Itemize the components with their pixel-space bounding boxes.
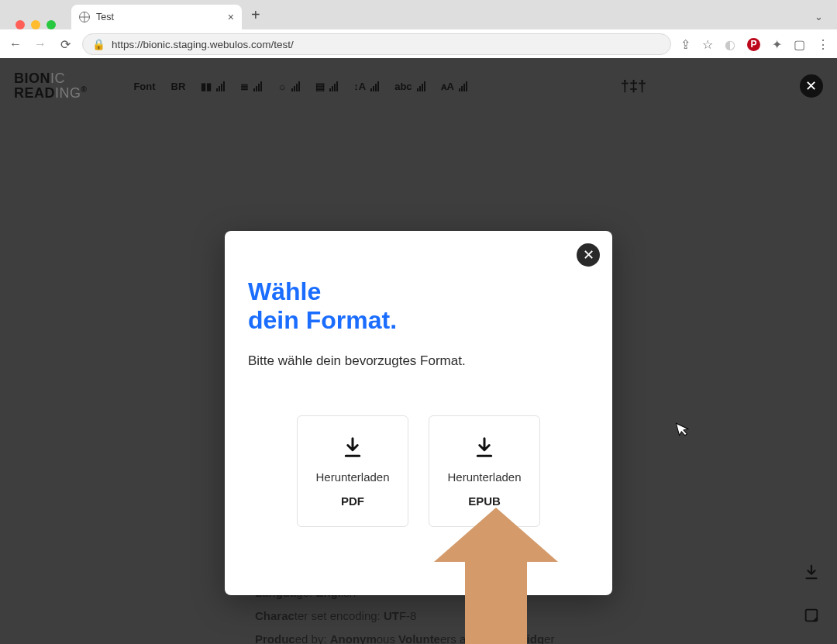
maximize-window-icon[interactable] (46, 20, 56, 29)
tabs-overflow-icon[interactable]: ⌄ (815, 11, 823, 22)
page-viewport: [Most recently updated: August 23, Langu… (0, 58, 837, 644)
download-label: Herunterladen (447, 470, 521, 484)
download-epub-button[interactable]: Herunterladen EPUB (429, 415, 540, 527)
extension-icon[interactable]: ◐ (725, 37, 735, 52)
settings-sliders-icon[interactable]: †‡† (621, 77, 646, 95)
font-size-slider[interactable]: ᴀA (441, 81, 467, 92)
modal-subtitle: Bitte wähle dein bevorzugtes Format. (248, 353, 589, 369)
modal-close-button[interactable]: ✕ (577, 243, 600, 267)
url-input[interactable]: 🔒 https://bionic.staging.webulos.com/tes… (82, 33, 671, 55)
column-slider[interactable]: ▤ (315, 81, 338, 92)
tab-strip: Test × + ⌄ (0, 0, 837, 29)
menu-icon[interactable]: ⋮ (817, 37, 829, 52)
download-pdf-button[interactable]: Herunterladen PDF (297, 415, 408, 527)
format-label-epub: EPUB (468, 494, 501, 508)
modal-title: Wähle dein Format. (248, 277, 589, 335)
notes-floating-icon[interactable] (803, 607, 820, 629)
browser-tab[interactable]: Test × (71, 5, 242, 29)
tab-title: Test (96, 12, 114, 22)
minimize-window-icon[interactable] (31, 20, 40, 29)
close-window-icon[interactable] (16, 20, 25, 29)
app-toolbar: BIONIC READING® Font BR ▮▮ ≣ ☼ ▤ ↕A abc … (0, 58, 837, 114)
forward-button: → (33, 37, 48, 51)
browser-toolbar-icons: ⇪ ☆ ◐ P ✦ ▢ ⋮ (680, 37, 829, 52)
globe-icon (79, 12, 90, 22)
browser-chrome: Test × + ⌄ ← → ⟳ 🔒 https://bionic.stagin… (0, 0, 837, 58)
reload-button[interactable]: ⟳ (57, 37, 73, 52)
address-bar-row: ← → ⟳ 🔒 https://bionic.staging.webulos.c… (0, 29, 837, 58)
fixation-slider[interactable]: ▮▮ (201, 81, 225, 92)
line-height-slider[interactable]: ↕A (353, 81, 379, 92)
download-floating-icon[interactable] (803, 563, 820, 585)
url-text: https://bionic.staging.webulos.com/test/ (112, 39, 294, 50)
bookmark-icon[interactable]: ☆ (702, 37, 713, 52)
app-close-button[interactable]: ✕ (800, 74, 823, 98)
format-modal: ✕ Wähle dein Format. Bitte wähle dein be… (225, 231, 612, 595)
saccade-slider[interactable]: ≣ (240, 81, 262, 92)
app-logo: BIONIC READING® (14, 72, 87, 99)
panel-icon[interactable]: ▢ (794, 37, 805, 52)
format-options: Herunterladen PDF Herunterladen EPUB (248, 415, 589, 527)
new-tab-button[interactable]: + (242, 6, 270, 24)
letter-spacing-slider[interactable]: abc (394, 81, 425, 92)
contrast-slider[interactable]: ☼ (277, 81, 300, 92)
br-button[interactable]: BR (171, 81, 186, 92)
pinterest-icon[interactable]: P (747, 38, 760, 51)
font-button[interactable]: Font (133, 81, 155, 92)
download-icon (473, 435, 496, 460)
back-button[interactable]: ← (8, 37, 23, 51)
window-controls[interactable] (8, 10, 65, 29)
download-icon (341, 435, 364, 460)
download-label: Herunterladen (315, 470, 389, 484)
extensions-puzzle-icon[interactable]: ✦ (772, 37, 782, 52)
share-icon[interactable]: ⇪ (680, 37, 691, 52)
tab-close-icon[interactable]: × (228, 11, 234, 23)
floating-actions (803, 563, 820, 629)
format-label-pdf: PDF (341, 494, 364, 508)
lock-icon: 🔒 (92, 38, 105, 50)
